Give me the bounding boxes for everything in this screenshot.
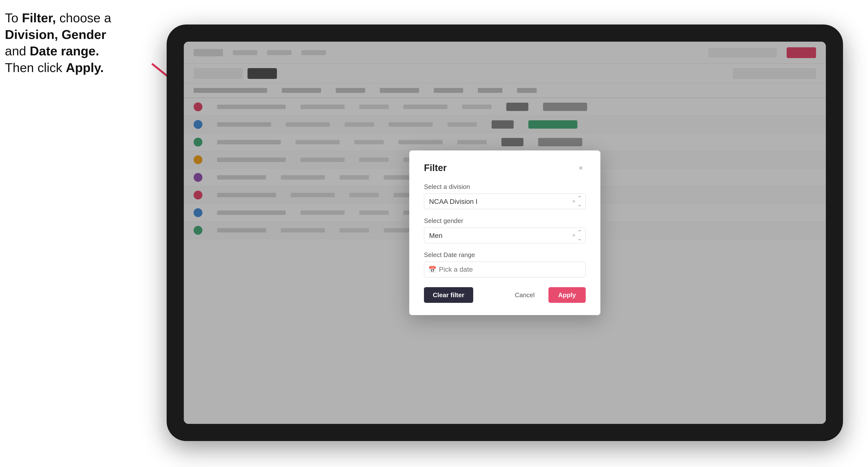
division-clear-icon[interactable]: × (572, 198, 576, 205)
modal-overlay: Filter × Select a division NCAA Division… (184, 42, 826, 424)
tablet-screen: Filter × Select a division NCAA Division… (184, 42, 826, 424)
date-form-group: Select Date range 📅 (424, 251, 586, 277)
tablet-frame: Filter × Select a division NCAA Division… (167, 25, 843, 441)
clear-filter-button[interactable]: Clear filter (424, 287, 473, 303)
modal-title: Filter (424, 163, 447, 173)
instruction-then: Then click Apply. (5, 61, 104, 75)
modal-header: Filter × (424, 163, 586, 173)
instruction-date-bold: Date range. (30, 44, 99, 58)
modal-footer: Clear filter Cancel Apply (424, 287, 586, 303)
division-select-wrapper: NCAA Division I NCAA Division II NCAA Di… (424, 193, 586, 209)
gender-select-wrapper: Men Women Co-ed × ⌃⌄ (424, 228, 586, 243)
filter-modal: Filter × Select a division NCAA Division… (409, 150, 600, 315)
apply-button[interactable]: Apply (549, 287, 586, 303)
cancel-button[interactable]: Cancel (506, 287, 544, 303)
instruction-and: and Date range. (5, 44, 99, 58)
gender-label: Select gender (424, 217, 586, 225)
modal-close-button[interactable]: × (576, 163, 586, 173)
gender-select[interactable]: Men Women Co-ed (424, 228, 586, 243)
gender-clear-icon[interactable]: × (572, 232, 576, 239)
date-label: Select Date range (424, 251, 586, 259)
instruction-filter-bold: Filter, (22, 11, 56, 25)
instruction-line1: To Filter, choose a (5, 11, 111, 25)
gender-form-group: Select gender Men Women Co-ed × ⌃⌄ (424, 217, 586, 243)
division-form-group: Select a division NCAA Division I NCAA D… (424, 183, 586, 209)
instruction-block: To Filter, choose a Division, Gender and… (5, 10, 142, 76)
calendar-icon: 📅 (428, 266, 436, 274)
division-select[interactable]: NCAA Division I NCAA Division II NCAA Di… (424, 193, 586, 209)
instruction-division-bold: Division, Gender (5, 27, 106, 42)
date-input-wrapper: 📅 (424, 262, 586, 277)
modal-footer-right: Cancel Apply (506, 287, 586, 303)
date-range-input[interactable] (424, 262, 586, 277)
instruction-apply-bold: Apply. (66, 61, 104, 75)
division-label: Select a division (424, 183, 586, 191)
